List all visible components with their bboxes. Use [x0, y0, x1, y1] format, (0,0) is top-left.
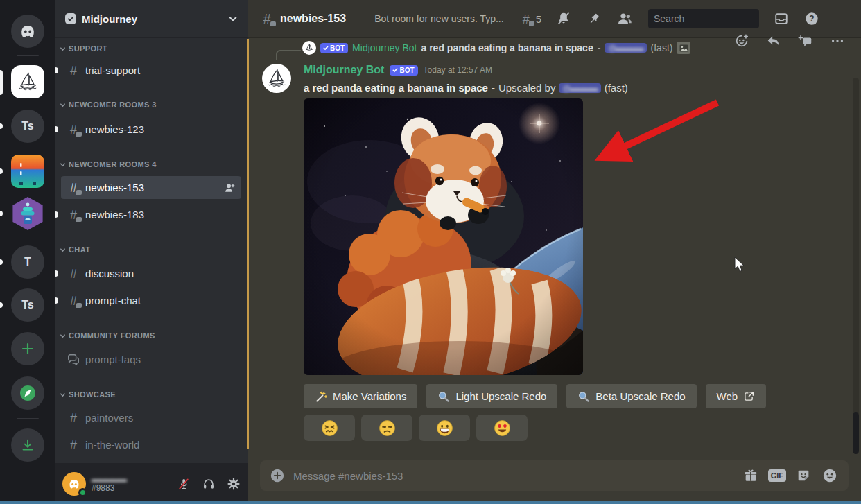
- member-list-button[interactable]: [616, 10, 633, 27]
- reaction-heart-eyes-face[interactable]: [476, 415, 528, 441]
- threads-button[interactable]: # 5: [519, 12, 541, 26]
- channel-trial-support[interactable]: # trial-support: [61, 59, 241, 82]
- main-column: # newbies-153 Bot room for new users. Ty…: [248, 0, 861, 504]
- server-hexagon[interactable]: [11, 197, 44, 230]
- server-header[interactable]: Midjourney: [55, 0, 248, 38]
- message-composer[interactable]: GIF: [260, 460, 849, 491]
- notifications-muted-button[interactable]: [555, 10, 572, 27]
- add-server-button[interactable]: [11, 332, 44, 365]
- header-divider: [363, 10, 363, 27]
- channel-newbies-153[interactable]: # newbies-153: [61, 176, 241, 199]
- download-apps-button[interactable]: [11, 428, 44, 462]
- headphones-button[interactable]: [201, 476, 216, 492]
- message-author[interactable]: Midjourney Bot: [304, 64, 384, 76]
- reaction-grinning-face[interactable]: [419, 415, 470, 441]
- magnifier-icon: [437, 390, 450, 403]
- user-bar: ▬▬▬▬▬ #9883: [55, 463, 248, 504]
- unread-server-pill: [0, 123, 3, 129]
- server-ts-2[interactable]: Ts: [11, 288, 44, 322]
- gif-picker-button[interactable]: GIF: [768, 469, 786, 482]
- reply-spine: [276, 50, 301, 60]
- server-midjourney[interactable]: [11, 65, 44, 98]
- fast-label: (fast): [605, 82, 628, 94]
- attach-plus-icon[interactable]: [270, 468, 285, 483]
- username-redacted: ▬▬▬▬▬: [92, 475, 126, 484]
- message-actions: Make Variations Light Upscale Redo Beta …: [304, 384, 766, 408]
- user-meta[interactable]: ▬▬▬▬▬ #9883: [92, 475, 126, 493]
- reply-context[interactable]: BOT Midjourney Bot a red panda eating a …: [302, 41, 690, 55]
- help-button[interactable]: ?: [803, 10, 820, 27]
- hash-thread-icon: #: [67, 181, 80, 195]
- inbox-button[interactable]: [773, 10, 790, 27]
- channel-discussion[interactable]: # discussion: [61, 262, 241, 285]
- server-t[interactable]: T: [11, 245, 44, 279]
- beta-upscale-redo-button[interactable]: Beta Upscale Redo: [566, 384, 696, 408]
- scrollbar-thumb[interactable]: [853, 412, 859, 454]
- unread-server-pill: [0, 302, 3, 308]
- mention-pill[interactable]: @▬▬▬▬: [559, 83, 600, 93]
- server-name: Midjourney: [82, 13, 137, 25]
- online-status-dot: [78, 488, 87, 497]
- add-reaction-button[interactable]: [733, 33, 750, 49]
- search-input[interactable]: [654, 13, 779, 24]
- generated-image-attachment[interactable]: [304, 98, 583, 375]
- more-options-button[interactable]: [829, 33, 846, 49]
- section-newcomer-rooms-3[interactable]: NEWCOMER ROOMS 3: [60, 101, 157, 109]
- explore-servers-button[interactable]: [11, 376, 44, 410]
- message-input[interactable]: [293, 470, 733, 482]
- mention-pill[interactable]: @▬▬▬▬: [605, 43, 646, 53]
- channel-newbies-123[interactable]: # newbies-123: [61, 118, 241, 141]
- grinning-face-icon: [436, 419, 453, 437]
- create-thread-button[interactable]: [797, 33, 814, 49]
- search-box[interactable]: [648, 9, 759, 28]
- scrollbar-track[interactable]: [853, 78, 859, 449]
- section-chat[interactable]: CHAT: [60, 245, 90, 254]
- settings-gear-button[interactable]: [226, 476, 241, 492]
- gift-icon[interactable]: [742, 467, 760, 485]
- reply-button[interactable]: [765, 33, 782, 49]
- hash-icon: #: [67, 64, 80, 78]
- svg-text:?: ?: [809, 14, 814, 24]
- section-newcomer-rooms-4[interactable]: NEWCOMER ROOMS 4: [60, 160, 157, 168]
- discord-home-button[interactable]: [11, 15, 44, 48]
- chevron-down-icon: [60, 46, 66, 52]
- server-fridge[interactable]: [11, 155, 44, 188]
- compass-icon: [19, 384, 37, 402]
- channel-topic[interactable]: Bot room for new users. Typ...: [374, 13, 503, 24]
- user-avatar[interactable]: [62, 472, 86, 496]
- bot-avatar[interactable]: [262, 64, 291, 93]
- chevron-down-icon: [60, 333, 66, 339]
- channel-paintovers[interactable]: # paintovers: [61, 406, 241, 429]
- section-support[interactable]: SUPPORT: [60, 44, 107, 53]
- reaction-confounded-face[interactable]: [304, 415, 355, 441]
- chevron-down-icon: [60, 392, 66, 398]
- section-showcase[interactable]: SHOWCASE: [60, 390, 116, 399]
- web-button[interactable]: Web: [706, 384, 767, 408]
- reaction-unamused-face[interactable]: [361, 415, 412, 441]
- hash-thread-icon: #: [259, 11, 275, 26]
- emoji-picker-icon[interactable]: [821, 467, 839, 485]
- mic-muted-button[interactable]: [176, 476, 191, 492]
- light-upscale-redo-button[interactable]: Light Upscale Redo: [426, 384, 557, 408]
- confounded-face-icon: [321, 419, 338, 437]
- make-variations-button[interactable]: Make Variations: [304, 384, 417, 408]
- server-initial: Ts: [21, 299, 33, 311]
- server-initial: Ts: [21, 120, 33, 132]
- bot-badge: BOT: [390, 65, 417, 76]
- sticker-icon[interactable]: [794, 467, 812, 485]
- server-ts-1[interactable]: Ts: [11, 110, 44, 143]
- channel-prompt-chat[interactable]: # prompt-chat: [61, 289, 241, 312]
- channel-newbies-183[interactable]: # newbies-183: [61, 203, 241, 226]
- chevron-down-icon: [60, 162, 66, 168]
- pinned-messages-button[interactable]: [586, 10, 602, 27]
- channel-prompt-faqs[interactable]: prompt-faqs: [61, 348, 241, 371]
- reply-author[interactable]: Midjourney Bot: [352, 42, 417, 53]
- unamused-face-icon: [379, 419, 396, 437]
- red-panda-image: [304, 98, 583, 375]
- channel-in-the-world[interactable]: # in-the-world: [61, 433, 241, 456]
- selected-server-pill: [0, 70, 3, 95]
- unread-server-pill: [0, 168, 3, 174]
- chevron-down-icon: [60, 102, 66, 108]
- section-community-forums[interactable]: COMMUNITY FORUMS: [60, 331, 155, 340]
- invite-people-icon[interactable]: [223, 182, 236, 194]
